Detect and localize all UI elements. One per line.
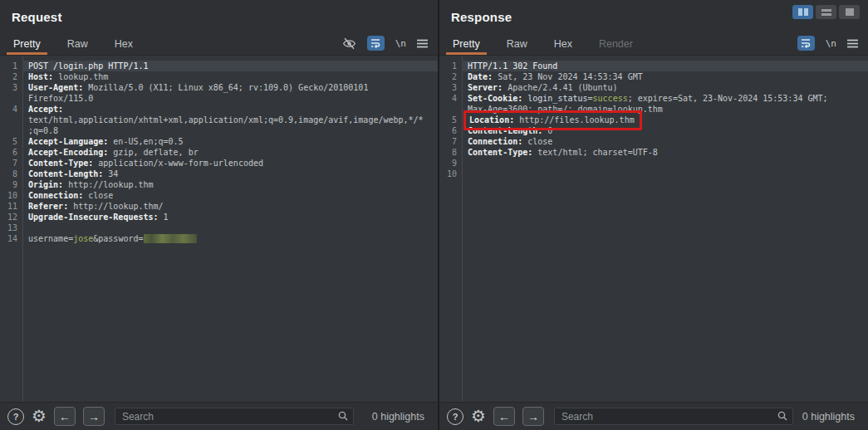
code-line: 12Upgrade-Insecure-Requests: 1	[0, 212, 438, 222]
code-line: 9	[439, 158, 868, 169]
line-number: 12	[0, 212, 22, 222]
code-segment: text/html,application/xhtml+xml,applicat…	[28, 115, 424, 125]
newline-icon[interactable]: \n	[826, 38, 836, 49]
line-number: 14	[0, 233, 22, 244]
next-match-button[interactable]: →	[83, 407, 105, 426]
word-wrap-icon[interactable]	[797, 36, 815, 51]
code-line: 8Content-Length: 34	[0, 169, 438, 179]
code-segment: Host:	[28, 72, 53, 81]
line-content: Connection: close	[462, 136, 868, 147]
line-number: 5	[0, 136, 22, 147]
code-line: Firefox/115.0	[0, 93, 438, 104]
line-content: Set-Cookie: login_status=success; expire…	[462, 93, 868, 104]
line-content: Firefox/115.0	[22, 93, 438, 104]
highlights-count: 0 highlights	[372, 411, 428, 423]
line-content	[22, 222, 438, 233]
response-tab-row: PrettyRawHexRender \n	[439, 33, 868, 56]
split-columns-icon	[798, 8, 808, 16]
code-segment: 1	[159, 213, 169, 222]
line-number: 11	[0, 201, 22, 212]
tab-render: Render	[597, 36, 635, 55]
red-annotation-box: Location: http://files.lookup.thm	[463, 110, 642, 130]
eye-off-icon[interactable]	[342, 37, 356, 50]
code-segment: http://lookup.thm	[63, 180, 153, 189]
code-line: 4Accept:	[0, 104, 438, 115]
code-line: 7Connection: close	[439, 136, 868, 147]
tab-pretty[interactable]: Pretty	[12, 36, 42, 55]
request-search-box	[115, 408, 354, 425]
code-line: 5Location: http://files.lookup.thm	[439, 115, 868, 125]
newline-icon[interactable]: \n	[395, 38, 406, 49]
code-segment: &password=	[93, 234, 143, 243]
response-search-box	[554, 408, 793, 425]
search-input[interactable]	[554, 408, 793, 425]
code-segment: username=	[28, 234, 73, 243]
single-pane-icon	[846, 8, 854, 16]
tab-pretty[interactable]: Pretty	[451, 36, 482, 55]
help-icon[interactable]: ?	[447, 408, 463, 425]
layout-toggle-group	[792, 5, 860, 19]
code-segment: Server:	[468, 83, 503, 92]
line-content: text/html,application/xhtml+xml,applicat…	[22, 115, 438, 125]
line-number: 1	[0, 61, 22, 71]
code-segment: text/html; charset=UTF-8	[532, 148, 658, 157]
message-editor-window: Request PrettyRawHex \n	[0, 0, 868, 430]
line-content: Content-Type: application/x-www-form-url…	[22, 158, 438, 169]
search-icon	[777, 411, 787, 421]
highlights-count: 0 highlights	[802, 411, 858, 423]
split-rows-view-button[interactable]	[816, 5, 836, 19]
line-number	[0, 125, 22, 136]
code-line: 2Host: lookup.thm	[0, 71, 438, 82]
menu-icon[interactable]	[417, 39, 428, 48]
split-columns-view-button[interactable]	[792, 5, 813, 19]
code-segment: ; expires=Sat, 23-Nov-2024 15:53:34 GMT;	[628, 94, 828, 103]
help-icon[interactable]: ?	[7, 408, 24, 425]
code-line: 5Accept-Language: en-US,en;q=0.5	[0, 136, 438, 147]
request-editor[interactable]: 1POST /login.php HTTP/1.12Host: lookup.t…	[0, 56, 438, 402]
code-segment: close	[522, 137, 552, 146]
next-match-button[interactable]: →	[522, 407, 544, 426]
code-line: 7Content-Type: application/x-www-form-ur…	[0, 158, 438, 169]
request-search-bar: ? ⚙ ← → 0 highlights	[0, 402, 438, 430]
code-segment: ;q=0.8	[28, 126, 58, 135]
tab-hex[interactable]: Hex	[552, 36, 574, 55]
code-segment: Connection:	[468, 137, 522, 146]
code-segment: Apache/2.4.41 (Ubuntu)	[503, 83, 617, 92]
code-segment: lookup.thm	[53, 72, 108, 81]
prev-match-button[interactable]: ←	[54, 407, 76, 426]
line-content	[462, 169, 868, 179]
tab-raw[interactable]: Raw	[505, 36, 529, 55]
line-number: 8	[0, 169, 22, 179]
response-tabs: PrettyRawHexRender	[451, 36, 635, 55]
code-line: 11Referer: http://lookup.thm/	[0, 201, 438, 212]
single-pane-view-button[interactable]	[839, 5, 860, 19]
code-segment: gzip, deflate, br	[108, 148, 198, 157]
line-content: username=jose&password=	[22, 233, 438, 244]
search-input[interactable]	[115, 408, 354, 425]
line-content: Accept-Language: en-US,en;q=0.5	[22, 136, 438, 147]
line-number	[439, 104, 462, 115]
code-segment: Accept-Encoding:	[28, 148, 108, 157]
code-line: 3Server: Apache/2.4.41 (Ubuntu)	[439, 82, 868, 93]
line-number: 4	[0, 104, 22, 115]
code-segment: 34	[103, 169, 118, 178]
line-content: Accept:	[22, 104, 438, 115]
gear-icon[interactable]: ⚙	[471, 408, 486, 424]
response-editor[interactable]: 1HTTP/1.1 302 Found2Date: Sat, 23 Nov 20…	[439, 56, 868, 402]
line-content: POST /login.php HTTP/1.1	[22, 61, 438, 71]
code-segment: POST /login.php HTTP/1.1	[28, 61, 149, 71]
gear-icon[interactable]: ⚙	[32, 408, 47, 424]
code-line: 1HTTP/1.1 302 Found	[439, 61, 868, 71]
code-line: 10	[439, 169, 868, 179]
line-number: 8	[439, 147, 462, 158]
code-segment: login_status	[527, 94, 587, 103]
tab-hex[interactable]: Hex	[113, 36, 135, 55]
tab-raw[interactable]: Raw	[66, 36, 90, 55]
menu-icon[interactable]	[847, 39, 858, 48]
code-line: 8Content-Type: text/html; charset=UTF-8	[439, 147, 868, 158]
line-number: 3	[0, 82, 22, 93]
line-content: Location: http://files.lookup.thm	[462, 115, 868, 125]
word-wrap-icon[interactable]	[367, 36, 385, 51]
request-panel: Request PrettyRawHex \n	[0, 0, 438, 430]
prev-match-button[interactable]: ←	[493, 407, 515, 426]
